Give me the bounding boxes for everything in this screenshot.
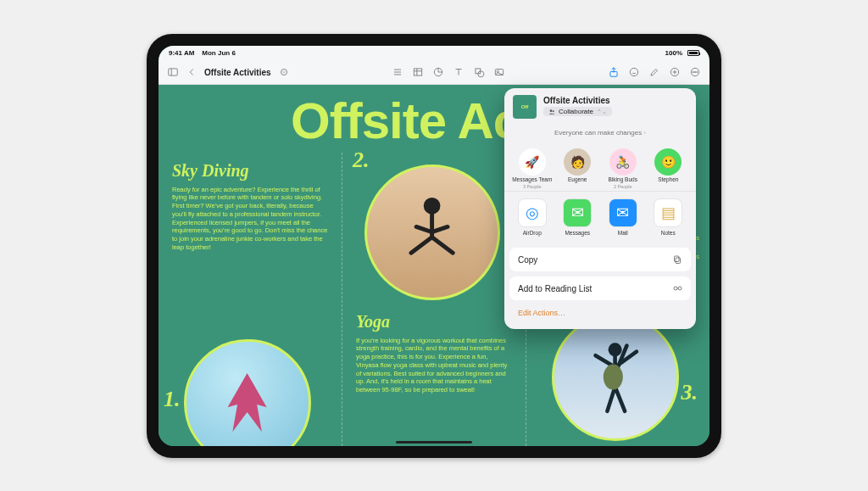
svg-rect-22 — [675, 256, 680, 262]
contact-name: Stephen — [658, 177, 678, 183]
subhead-yoga[interactable]: Yoga — [356, 312, 512, 332]
status-date: Mon Jun 6 — [202, 49, 236, 57]
reading-list-action[interactable]: Add to Reading List — [509, 276, 691, 300]
share-icon[interactable] — [608, 66, 620, 78]
status-bar: 9:41 AM Mon Jun 6 100% — [159, 46, 709, 61]
ipad-frame: 9:41 AM Mon Jun 6 100% Offsite Activitie… — [147, 34, 721, 458]
app-icon: ✉ — [563, 198, 592, 227]
shape-icon[interactable] — [473, 66, 485, 78]
column-2: 2. Yoga If you're looking for a vigorous… — [342, 153, 526, 446]
chevron-updown-icon: ⌃⌄ — [597, 109, 607, 115]
column-1: Sky Diving Ready for an epic adventure? … — [159, 153, 342, 446]
battery-icon — [687, 50, 699, 56]
share-contact[interactable]: 🚴 Biking Buds 2 People — [603, 148, 643, 190]
avatar: 🚀 — [519, 148, 546, 176]
status-time: 9:41 AM — [169, 49, 194, 57]
share-contact[interactable]: 🧑 Eugene — [557, 148, 598, 190]
share-app[interactable]: ◎ AirDrop — [512, 198, 553, 236]
copy-icon — [672, 254, 682, 265]
media-icon[interactable] — [493, 66, 505, 78]
app-toolbar: Offsite Activities — [159, 61, 709, 85]
edit-actions-link[interactable]: Edit Actions… — [509, 305, 691, 324]
app-icon: ▤ — [654, 198, 682, 227]
share-app[interactable]: ▤ Notes — [648, 198, 688, 236]
svg-point-24 — [678, 287, 682, 290]
svg-point-10 — [630, 68, 637, 75]
number-1[interactable]: 1. — [164, 387, 181, 412]
body-yoga[interactable]: If you're looking for a vigorous workout… — [356, 337, 512, 394]
contact-name: Biking Buds — [609, 177, 637, 183]
svg-point-6 — [478, 71, 484, 77]
table-icon[interactable] — [412, 66, 424, 78]
svg-point-18 — [604, 365, 623, 390]
collaborate-dropdown[interactable]: Collaborate ⌃⌄ — [543, 107, 612, 116]
share-contact[interactable]: 🚀 Messages Team 3 People — [512, 148, 553, 190]
image-sky-diving[interactable] — [184, 339, 311, 446]
avatar: 🧑 — [564, 148, 591, 176]
svg-point-14 — [694, 71, 695, 72]
glasses-icon — [672, 283, 682, 293]
app-name: AirDrop — [523, 230, 542, 236]
share-header: Off Offsite Activities Collaborate ⌃⌄ — [504, 88, 696, 126]
share-app[interactable]: ✉ Messages — [557, 198, 598, 236]
contact-sub: 3 People — [523, 184, 542, 189]
share-app[interactable]: ✉ Mail — [603, 198, 643, 236]
permissions-row[interactable]: Everyone can make changes — [504, 126, 696, 143]
more-icon[interactable] — [689, 66, 701, 78]
status-battery-pct: 100% — [665, 49, 682, 57]
share-contact[interactable]: 🙂 Stephen — [648, 148, 688, 190]
svg-rect-21 — [676, 258, 681, 264]
format-icon[interactable] — [628, 66, 640, 78]
back-icon[interactable] — [186, 66, 198, 78]
avatar: 🚴 — [609, 148, 637, 176]
collab-label: Collaborate — [559, 108, 593, 115]
svg-point-17 — [609, 343, 622, 356]
share-apps-row: ◎ AirDrop✉ Messages✉ Mail▤ Notes — [504, 191, 696, 243]
doc-thumbnail: Off — [513, 95, 537, 119]
svg-point-16 — [424, 198, 441, 215]
svg-point-19 — [550, 109, 553, 112]
app-name: Messages — [565, 230, 590, 236]
brush-icon[interactable] — [648, 66, 660, 78]
app-name: Mail — [618, 230, 628, 236]
app-icon: ◎ — [518, 198, 547, 227]
contact-sub: 2 People — [614, 184, 632, 189]
avatar: 🙂 — [654, 148, 682, 176]
svg-rect-3 — [415, 69, 422, 75]
app-icon: ✉ — [609, 198, 637, 227]
svg-point-23 — [674, 287, 677, 290]
sidebar-icon[interactable] — [167, 66, 179, 78]
copy-action[interactable]: Copy — [509, 248, 691, 271]
add-icon[interactable] — [669, 66, 681, 78]
subhead-sky-diving[interactable]: Sky Diving — [172, 161, 328, 181]
home-indicator[interactable] — [396, 441, 472, 444]
view-list-icon[interactable] — [392, 66, 403, 78]
text-icon[interactable] — [453, 66, 465, 78]
screen: 9:41 AM Mon Jun 6 100% Offsite Activitie… — [159, 46, 709, 446]
number-2[interactable]: 2. — [353, 148, 370, 173]
share-sheet: Off Offsite Activities Collaborate ⌃⌄ Ev… — [504, 88, 696, 330]
svg-point-15 — [697, 71, 698, 72]
chevron-down-icon[interactable] — [278, 66, 290, 78]
reading-label: Add to Reading List — [518, 284, 592, 293]
share-title: Offsite Activities — [543, 96, 612, 105]
svg-point-13 — [693, 71, 693, 72]
image-yoga[interactable] — [364, 165, 500, 300]
app-name: Notes — [661, 230, 676, 236]
share-contacts-row: 🚀 Messages Team 3 People🧑 Eugene 🚴 Bikin… — [504, 143, 696, 192]
contact-name: Eugene — [568, 177, 587, 183]
copy-label: Copy — [518, 255, 537, 265]
image-hiking[interactable] — [552, 314, 679, 441]
chart-icon[interactable] — [432, 66, 444, 78]
body-sky-diving[interactable]: Ready for an epic adventure? Experience … — [172, 186, 328, 252]
number-3[interactable]: 3. — [682, 380, 698, 405]
contact-name: Messages Team — [512, 177, 552, 183]
doc-title[interactable]: Offsite Activities — [204, 68, 271, 77]
svg-point-20 — [553, 110, 554, 112]
svg-rect-1 — [169, 69, 178, 75]
